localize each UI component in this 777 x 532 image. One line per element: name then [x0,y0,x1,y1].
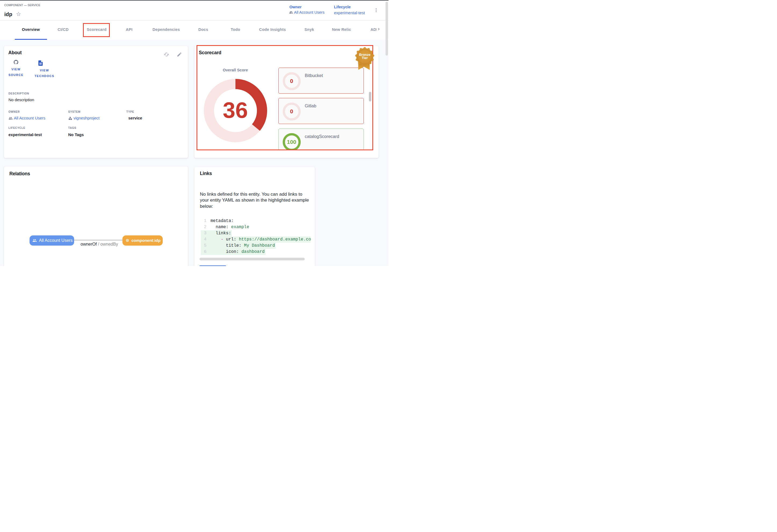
svg-text:Tier: Tier [362,56,368,60]
